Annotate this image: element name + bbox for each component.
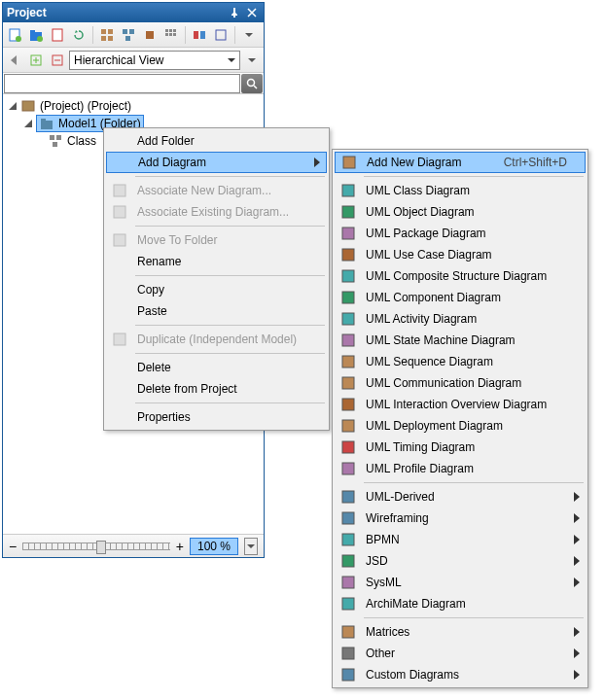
menu-item[interactable]: UML Activity Diagram [335, 308, 586, 330]
svg-rect-8 [101, 36, 106, 41]
menu-item[interactable]: UML Component Diagram [335, 287, 586, 308]
svg-rect-33 [114, 206, 125, 218]
menu-item-label: Other [366, 647, 568, 660]
tb-blocks-icon[interactable] [190, 25, 209, 45]
menu-item-label: UML Activity Diagram [366, 312, 568, 326]
panel-title: Project [7, 6, 225, 19]
svg-rect-39 [342, 228, 354, 239]
menu-item[interactable]: Delete from Project [106, 378, 327, 400]
slider-thumb-icon[interactable] [96, 541, 106, 554]
svg-rect-34 [114, 234, 125, 246]
tb-modules1-icon[interactable] [97, 25, 117, 45]
tb-box-icon[interactable] [211, 25, 231, 45]
menu-item-icon [110, 379, 129, 399]
menu-item-icon [110, 230, 129, 250]
tb-minus-icon[interactable] [48, 51, 67, 70]
menu-item-icon [338, 331, 358, 350]
menu-item-icon [338, 266, 358, 286]
menu-item[interactable]: UML Class Diagram [335, 180, 586, 201]
menu-item[interactable]: SysML [335, 572, 586, 593]
menu-item[interactable]: UML Sequence Diagram [335, 351, 586, 372]
menu-item-icon [110, 280, 129, 299]
menu-item[interactable]: UML Package Diagram [335, 223, 586, 244]
menu-item-label: Associate New Diagram... [137, 184, 309, 197]
menu-item[interactable]: UML Object Diagram [335, 201, 586, 223]
menu-item[interactable]: Add New DiagramCtrl+Shift+D [335, 152, 586, 173]
menu-item-label: Properties [137, 410, 309, 424]
pin-icon[interactable] [227, 5, 242, 20]
expander-open-icon[interactable] [7, 100, 18, 112]
menu-item[interactable]: Custom Diagrams [335, 664, 586, 685]
menu-item[interactable]: Copy [106, 279, 327, 300]
svg-point-4 [37, 36, 43, 42]
tb-refresh-icon[interactable] [69, 25, 89, 45]
menu-item[interactable]: BPMN [335, 529, 586, 550]
menu-item-label: BPMN [366, 533, 568, 546]
submenu-arrow-icon [574, 492, 580, 502]
menu-item-icon [338, 438, 358, 457]
tb-doc-icon[interactable] [48, 25, 67, 45]
zoom-out-button[interactable]: − [9, 539, 17, 554]
menu-item-icon [338, 181, 358, 200]
search-input[interactable] [4, 74, 240, 93]
menu-item-label: ArchiMate Diagram [366, 597, 568, 611]
menu-item-label: UML Object Diagram [366, 205, 568, 219]
menu-item-icon [338, 202, 358, 222]
menu-item[interactable]: Properties [106, 406, 327, 428]
menu-item[interactable]: UML Profile Diagram [335, 458, 586, 479]
tb-modules2-icon[interactable] [119, 25, 138, 45]
menu-item[interactable]: Paste [106, 300, 327, 322]
zoom-slider[interactable] [22, 542, 170, 550]
menu-item[interactable]: Wireframing [335, 508, 586, 529]
menu-item-icon [338, 352, 358, 371]
tb-down2-icon[interactable] [242, 51, 262, 70]
menu-item-icon [338, 622, 358, 642]
menu-item[interactable]: ArchiMate Diagram [335, 593, 586, 614]
menu-item[interactable]: UML Timing Diagram [335, 437, 586, 458]
tb-tiles-icon[interactable] [161, 25, 181, 45]
zoom-dropdown-button[interactable] [244, 538, 258, 555]
menu-item: Associate New Diagram... [106, 180, 327, 201]
menu-item-label: JSD [366, 554, 568, 568]
menu-item-label: Add New Diagram [367, 156, 484, 169]
menu-item[interactable]: Other [335, 643, 586, 664]
menu-item[interactable]: Delete [106, 357, 327, 378]
submenu-arrow-icon [314, 158, 320, 167]
menu-item[interactable]: UML Interaction Overview Diagram [335, 394, 586, 415]
svg-rect-54 [342, 555, 354, 567]
tb-open-icon[interactable] [26, 25, 46, 45]
expander-open-icon[interactable] [22, 118, 34, 129]
menu-item-label: Custom Diagrams [366, 668, 568, 682]
menu-item[interactable]: JSD [335, 550, 586, 572]
tb-back-icon[interactable] [5, 51, 24, 70]
close-icon[interactable] [244, 5, 260, 20]
search-button[interactable] [241, 74, 263, 93]
menu-item[interactable]: Add Folder [106, 130, 327, 152]
tb-new-icon[interactable] [5, 25, 24, 45]
menu-item-label: UML Component Diagram [366, 291, 568, 304]
tb-down-icon[interactable] [239, 25, 259, 45]
menu-item-label: Move To Folder [137, 233, 309, 247]
menu-item[interactable]: Rename [106, 251, 327, 272]
menu-item[interactable]: UML Communication Diagram [335, 372, 586, 394]
svg-rect-13 [146, 31, 154, 39]
tb-modules3-icon[interactable] [140, 25, 160, 45]
svg-rect-18 [169, 33, 172, 36]
submenu-arrow-icon [574, 556, 580, 566]
menu-item-icon [338, 530, 358, 549]
svg-rect-52 [342, 512, 354, 524]
menu-item-label: SysML [366, 576, 568, 589]
menu-item[interactable]: Add Diagram [106, 152, 327, 173]
menu-item[interactable]: UML Use Case Diagram [335, 244, 586, 265]
tb-plus-icon[interactable] [26, 51, 46, 70]
svg-rect-53 [342, 534, 354, 545]
zoom-value[interactable]: 100 % [190, 538, 238, 555]
view-mode-select[interactable]: Hierarchical View [69, 51, 240, 70]
tree-root[interactable]: (Project) (Project) [3, 97, 264, 115]
menu-item[interactable]: UML-Derived [335, 486, 586, 508]
zoom-in-button[interactable]: + [176, 539, 184, 554]
menu-item[interactable]: UML Composite Structure Diagram [335, 265, 586, 287]
menu-item[interactable]: UML State Machine Diagram [335, 330, 586, 351]
menu-item[interactable]: Matrices [335, 621, 586, 643]
menu-item[interactable]: UML Deployment Diagram [335, 415, 586, 437]
